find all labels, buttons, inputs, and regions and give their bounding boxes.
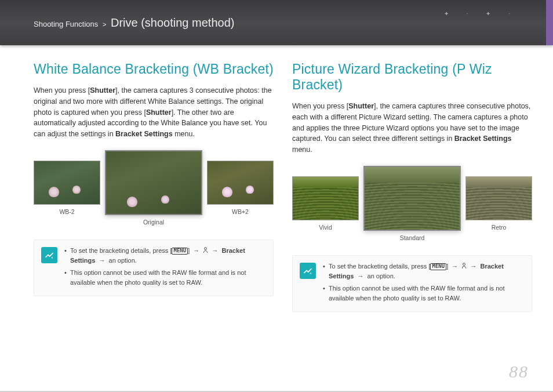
note-item: To set the bracketing details, press [ME… <box>323 262 525 281</box>
breadcrumb-separator: > <box>103 21 106 28</box>
column-right: Picture Wizard Bracketing (P Wiz Bracket… <box>292 61 532 312</box>
note-item: This option cannot be used with the RAW … <box>64 268 266 288</box>
caption: WB-2 <box>34 208 100 215</box>
sample-image <box>465 176 532 220</box>
body-wb-bracket: When you press [Shutter], the camera cap… <box>34 85 274 140</box>
caption: Retro <box>465 224 532 231</box>
note-icon <box>300 263 316 279</box>
note-item: This option cannot be used with the RAW … <box>323 284 525 303</box>
note-icon <box>41 247 57 263</box>
caption: Original <box>105 219 202 226</box>
sample-image <box>292 176 359 220</box>
svg-point-1 <box>463 263 465 266</box>
menu-badge: MENU <box>172 248 188 255</box>
menu-badge: MENU <box>430 263 446 270</box>
caption: WB+2 <box>207 208 274 215</box>
sample-image <box>34 161 100 205</box>
thumb-wb-plus: WB+2 <box>207 161 274 215</box>
caption: Standard <box>363 234 461 241</box>
heading-pwiz-bracket: Picture Wizard Bracketing (P Wiz Bracket… <box>292 61 532 93</box>
thumb-standard: Standard <box>363 166 461 241</box>
note-box-pwiz: To set the bracketing details, press [ME… <box>292 255 532 312</box>
thumb-retro: Retro <box>465 176 532 231</box>
gallery-wb: WB-2 Original WB+2 <box>34 150 274 226</box>
column-left: White Balance Bracketing (WB Bracket) Wh… <box>34 61 274 312</box>
person-icon <box>461 263 467 269</box>
accent-bar <box>546 0 553 45</box>
page-number: 88 <box>509 362 529 382</box>
note-item: To set the bracketing details, press [ME… <box>64 246 266 266</box>
breadcrumb: Shooting Functions > Drive (shooting met… <box>34 16 234 30</box>
thumb-wb-original: Original <box>105 150 202 226</box>
sample-image <box>363 166 461 231</box>
content-area: White Balance Bracketing (WB Bracket) Wh… <box>0 45 553 324</box>
decorative-sparkles: ✦ · ✦ · <box>444 10 518 17</box>
breadcrumb-current: Drive (shooting method) <box>111 16 234 29</box>
breadcrumb-section: Shooting Functions <box>34 20 98 28</box>
thumb-vivid: Vivid <box>292 176 359 231</box>
caption: Vivid <box>292 224 359 231</box>
note-box-wb: To set the bracketing details, press [ME… <box>34 239 274 296</box>
heading-wb-bracket: White Balance Bracketing (WB Bracket) <box>34 61 274 77</box>
sample-image <box>105 150 202 215</box>
svg-point-0 <box>205 248 207 250</box>
body-pwiz-bracket: When you press [Shutter], the camera cap… <box>292 101 532 155</box>
person-icon <box>203 247 208 253</box>
thumb-wb-minus: WB-2 <box>34 161 100 215</box>
gallery-pwiz: Vivid Standard Retro <box>292 166 532 241</box>
page-header: Shooting Functions > Drive (shooting met… <box>0 0 553 45</box>
sample-image <box>207 161 274 205</box>
